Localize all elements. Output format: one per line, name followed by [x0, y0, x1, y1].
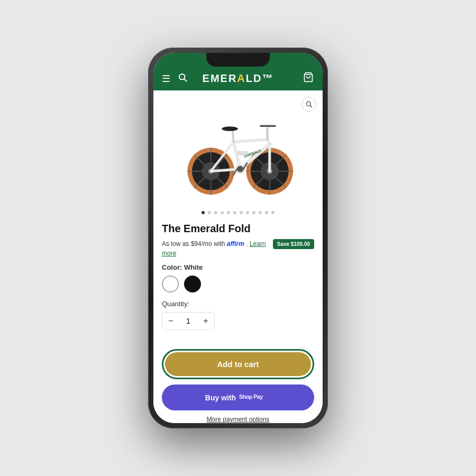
dot-3[interactable] — [214, 211, 217, 214]
color-label-text: Color: — [162, 263, 184, 271]
menu-icon[interactable]: ☰ — [162, 73, 170, 85]
quantity-value: 1 — [179, 317, 197, 325]
product-image-area: EMERALD — [153, 90, 323, 207]
color-selected-value: White — [184, 263, 203, 271]
svg-point-40 — [222, 126, 238, 131]
svg-line-4 — [310, 106, 312, 107]
quantity-control: − 1 + — [162, 312, 215, 330]
svg-point-3 — [306, 102, 310, 106]
color-swatch-black[interactable] — [184, 276, 201, 292]
dot-2[interactable] — [208, 211, 211, 214]
dot-7[interactable] — [240, 211, 243, 214]
buy-with-label: Buy with — [205, 393, 236, 402]
dot-9[interactable] — [252, 211, 255, 214]
svg-text:Shop Pay: Shop Pay — [239, 393, 263, 400]
svg-point-41 — [237, 166, 243, 172]
dot-1[interactable] — [202, 211, 205, 214]
add-to-cart-wrapper: Add to cart — [162, 349, 314, 379]
color-section: Color: White — [162, 263, 314, 292]
color-label: Color: White — [162, 263, 314, 271]
shop-pay-button[interactable]: Buy with Shop Pay — [162, 385, 314, 410]
brand-logo: EMERALD™ — [203, 72, 274, 85]
product-content: EMERALD — [153, 90, 323, 423]
dot-8[interactable] — [246, 211, 249, 214]
color-swatch-white[interactable] — [162, 276, 179, 292]
search-icon[interactable] — [178, 72, 187, 85]
more-payment-options-link[interactable]: More payment options — [162, 416, 314, 423]
svg-line-1 — [184, 79, 186, 81]
affirm-period: . — [246, 240, 250, 248]
header-left-icons: ☰ — [162, 72, 187, 85]
phone-frame: ☰ EMERALD™ — [148, 48, 328, 428]
quantity-section: Quantity: − 1 + — [162, 300, 314, 330]
svg-rect-45 — [237, 151, 248, 155]
dot-10[interactable] — [259, 211, 262, 214]
product-info-section: The Emerald Fold As low as $94/mo with a… — [153, 221, 323, 345]
cart-icon[interactable] — [303, 72, 314, 85]
phone-screen: ☰ EMERALD™ — [153, 53, 323, 423]
logo-text-emerald: EMER — [203, 72, 237, 84]
affirm-brand: affirm — [227, 240, 244, 248]
quantity-increase-button[interactable]: + — [197, 313, 214, 329]
quantity-decrease-button[interactable]: − — [162, 313, 179, 329]
add-to-cart-button[interactable]: Add to cart — [165, 352, 311, 376]
dot-6[interactable] — [233, 211, 236, 214]
quantity-label: Quantity: — [162, 300, 314, 308]
product-title: The Emerald Fold — [162, 223, 314, 235]
image-carousel-dots — [153, 207, 323, 221]
svg-line-34 — [233, 140, 267, 142]
color-swatches — [162, 276, 314, 292]
dot-11[interactable] — [265, 211, 268, 214]
affirm-text-label: As low as $94/mo with — [162, 240, 225, 248]
zoom-button[interactable] — [301, 97, 316, 112]
dot-4[interactable] — [221, 211, 224, 214]
save-badge: Save $100.00 — [273, 239, 314, 249]
phone-notch — [206, 53, 270, 67]
bottom-buttons-section: Add to cart Buy with Shop Pay More payme… — [153, 345, 323, 423]
affirm-pricing: As low as $94/mo with affirm . Learn mor… — [162, 239, 268, 258]
logo-text-ld: LD™ — [246, 72, 274, 84]
logo-highlight: A — [237, 72, 245, 84]
shop-pay-logo: Shop Pay — [239, 392, 271, 403]
dot-5[interactable] — [227, 211, 230, 214]
pricing-row: As low as $94/mo with affirm . Learn mor… — [162, 239, 314, 258]
product-image: EMERALD — [162, 99, 314, 198]
svg-line-39 — [233, 130, 234, 142]
dot-12[interactable] — [271, 211, 274, 214]
